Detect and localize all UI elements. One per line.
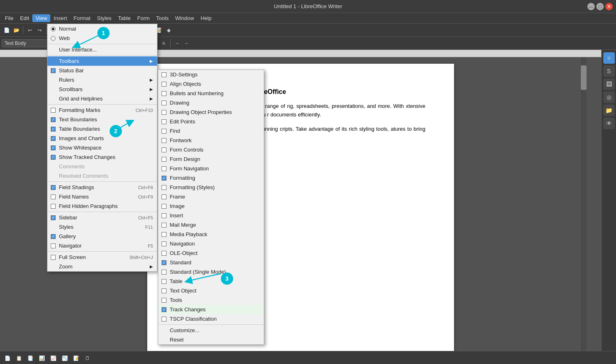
maximize-button[interactable]: □ xyxy=(596,3,604,10)
tb-fontwork[interactable]: Fontwork xyxy=(158,136,264,145)
view-sidebar[interactable]: Sidebar Ctrl+F5 xyxy=(47,213,157,222)
sep-4 xyxy=(47,181,157,182)
cb-navigation xyxy=(162,241,166,246)
new-button[interactable]: 📄 xyxy=(2,25,11,35)
tb-standard[interactable]: Standard xyxy=(158,258,264,267)
menu-insert[interactable]: Insert xyxy=(50,14,70,22)
menu-window[interactable]: Window xyxy=(172,14,197,22)
cb-standard-single xyxy=(162,270,166,275)
view-show-whitespace[interactable]: Show Whitespace xyxy=(47,143,157,152)
bt-3[interactable]: 📑 xyxy=(25,353,35,363)
view-text-boundaries[interactable]: Text Boundaries xyxy=(47,115,157,124)
tb-tools[interactable]: Tools xyxy=(158,295,264,305)
view-field-shadings[interactable]: Field Shadings Ctrl+F8 xyxy=(47,183,157,192)
cb-form-ctrl xyxy=(162,147,166,152)
tb-track-changes[interactable]: Track Changes xyxy=(158,305,264,314)
radio-normal xyxy=(51,27,56,31)
tb-standard-single[interactable]: Standard (Single Mode) xyxy=(158,267,264,277)
toolbars-submenu[interactable]: 3D-Settings Align Objects Bullets and Nu… xyxy=(158,69,264,345)
tb-ole[interactable]: OLE-Object xyxy=(158,248,264,258)
diamond-button[interactable]: ◆ xyxy=(164,25,173,35)
menu-styles[interactable]: Styles xyxy=(94,14,115,22)
tb-tscp[interactable]: TSCP Classification xyxy=(158,314,264,324)
tb-image[interactable]: Image xyxy=(158,201,264,211)
sidebar-properties-icon[interactable]: ≡ xyxy=(603,52,615,64)
tb-drawing-obj-props[interactable]: Drawing Object Properties xyxy=(158,107,264,117)
bt-4[interactable]: 📊 xyxy=(37,353,47,363)
view-zoom[interactable]: Zoom xyxy=(47,262,157,271)
menu-file[interactable]: File xyxy=(2,14,17,22)
menu-tools[interactable]: Tools xyxy=(153,14,172,22)
tb-form-controls[interactable]: Form Controls xyxy=(158,145,264,154)
view-full-screen[interactable]: Full Screen Shift+Ctrl+J xyxy=(47,252,157,262)
tb-form-design[interactable]: Form Design xyxy=(158,154,264,164)
tb-find[interactable]: Find xyxy=(158,126,264,136)
tb-table[interactable]: Table xyxy=(158,277,264,286)
view-dropdown[interactable]: Normal Web User Interface... Toolbars St… xyxy=(47,24,157,272)
tb-bullets[interactable]: Bullets and Numbering xyxy=(158,89,264,98)
view-normal[interactable]: Normal xyxy=(47,24,157,33)
view-field-hidden[interactable]: Field Hidden Paragraphs xyxy=(47,201,157,211)
menu-form[interactable]: Form xyxy=(134,14,153,22)
minimize-button[interactable]: — xyxy=(587,3,595,10)
tb-mail-merge[interactable]: Mail Merge xyxy=(158,220,264,230)
tb-form-nav[interactable]: Form Navigation xyxy=(158,164,264,173)
tb-drawing[interactable]: Drawing xyxy=(158,98,264,107)
scroll-track[interactable] xyxy=(581,57,587,351)
bt-2[interactable]: 📋 xyxy=(14,353,24,363)
menu-table[interactable]: Table xyxy=(115,14,134,22)
menu-help[interactable]: Help xyxy=(197,14,215,22)
view-user-interface[interactable]: User Interface... xyxy=(47,45,157,54)
bt-1[interactable]: 📄 xyxy=(2,353,12,363)
tb-edit-points[interactable]: Edit Points xyxy=(158,117,264,126)
view-toolbars[interactable]: Toolbars xyxy=(47,56,157,66)
tb-align-objects[interactable]: Align Objects xyxy=(158,79,264,89)
tb-formatting[interactable]: Formatting xyxy=(158,173,264,183)
bt-6[interactable]: 📉 xyxy=(60,353,70,363)
view-table-boundaries[interactable]: Table Boundaries xyxy=(47,124,157,134)
view-web[interactable]: Web xyxy=(47,33,157,43)
view-status-bar[interactable]: Status Bar xyxy=(47,66,157,75)
open-button[interactable]: 📂 xyxy=(11,25,21,35)
tb-insert[interactable]: Insert xyxy=(158,211,264,220)
bt-7[interactable]: 📝 xyxy=(71,353,81,363)
view-rulers[interactable]: Rulers xyxy=(47,75,157,85)
view-grid[interactable]: Grid and Helplines xyxy=(47,94,157,103)
view-field-names[interactable]: Field Names Ctrl+F9 xyxy=(47,192,157,201)
cb-show-whitespace xyxy=(51,145,56,150)
sidebar-folder-icon[interactable]: 📁 xyxy=(603,105,615,116)
tb-media[interactable]: Media Playback xyxy=(158,230,264,239)
view-show-tracked[interactable]: Show Tracked Changes xyxy=(47,152,157,162)
redo-button[interactable]: ↪ xyxy=(35,25,45,35)
tb-formatting-styles[interactable]: Formatting (Styles) xyxy=(158,183,264,192)
close-button[interactable]: ✕ xyxy=(605,3,613,10)
indent-button[interactable]: → xyxy=(172,38,182,48)
outdent-button[interactable]: ← xyxy=(182,38,192,48)
justify-button[interactable]: ≡ xyxy=(159,38,169,48)
tb-3d-settings[interactable]: 3D-Settings xyxy=(158,70,264,79)
tb-navigation[interactable]: Navigation xyxy=(158,239,264,248)
view-images-charts[interactable]: Images and Charts xyxy=(47,134,157,143)
tb-frame[interactable]: Frame xyxy=(158,192,264,201)
view-gallery[interactable]: Gallery xyxy=(47,232,157,241)
bt-8[interactable]: 🗒 xyxy=(83,353,92,363)
bt-5[interactable]: 📈 xyxy=(48,353,58,363)
view-styles[interactable]: Styles F11 xyxy=(47,222,157,232)
undo-button[interactable]: ↩ xyxy=(25,25,35,35)
sidebar-navigator-icon[interactable]: ◎ xyxy=(603,92,615,103)
view-scrollbars[interactable]: Scrollbars xyxy=(47,85,157,94)
fmt-sep-3 xyxy=(170,39,171,47)
menu-view[interactable]: View xyxy=(32,14,50,22)
sidebar-styles-icon[interactable]: S xyxy=(603,65,615,77)
style-selector[interactable]: Text Body xyxy=(2,39,51,47)
tb-reset[interactable]: Reset xyxy=(158,335,264,344)
tb-text-object[interactable]: Text Object xyxy=(158,286,264,295)
tb-customize[interactable]: Customize... xyxy=(158,326,264,335)
menu-format[interactable]: Format xyxy=(70,14,94,22)
scroll-thumb[interactable] xyxy=(581,65,587,90)
sidebar-gallery-icon[interactable]: 🖼 xyxy=(603,78,615,90)
menu-edit[interactable]: Edit xyxy=(17,14,32,22)
view-formatting-marks[interactable]: Formatting Marks Ctrl+F10 xyxy=(47,105,157,115)
sidebar-eye-icon[interactable]: 👁 xyxy=(603,118,615,129)
view-navigator[interactable]: Navigator F5 xyxy=(47,241,157,250)
